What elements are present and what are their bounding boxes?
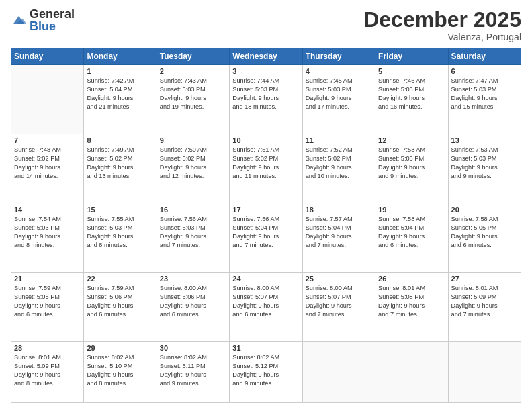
calendar-cell: 22Sunrise: 7:59 AM Sunset: 5:06 PM Dayli…	[84, 273, 157, 342]
day-info: Sunrise: 7:56 AM Sunset: 5:04 PM Dayligh…	[232, 215, 299, 250]
day-number: 21	[14, 275, 81, 283]
calendar-cell: 25Sunrise: 8:00 AM Sunset: 5:07 PM Dayli…	[302, 273, 375, 342]
day-info: Sunrise: 7:45 AM Sunset: 5:03 PM Dayligh…	[306, 77, 372, 111]
calendar-cell	[11, 65, 84, 134]
calendar-cell: 17Sunrise: 7:56 AM Sunset: 5:04 PM Dayli…	[230, 203, 302, 273]
calendar-cell: 24Sunrise: 8:00 AM Sunset: 5:07 PM Dayli…	[230, 273, 302, 342]
col-thursday: Thursday	[302, 48, 375, 65]
calendar-cell: 21Sunrise: 7:59 AM Sunset: 5:05 PM Dayli…	[11, 273, 84, 342]
col-monday: Monday	[84, 48, 157, 65]
day-info: Sunrise: 7:58 AM Sunset: 5:05 PM Dayligh…	[451, 215, 518, 250]
month-title: December 2025	[363, 8, 521, 32]
calendar-week-5: 28Sunrise: 8:01 AM Sunset: 5:09 PM Dayli…	[11, 341, 521, 402]
calendar-cell	[375, 341, 448, 402]
calendar-cell: 30Sunrise: 8:02 AM Sunset: 5:11 PM Dayli…	[157, 341, 229, 402]
day-number: 31	[232, 344, 299, 352]
day-number: 22	[87, 275, 153, 283]
calendar-cell: 13Sunrise: 7:53 AM Sunset: 5:03 PM Dayli…	[448, 134, 521, 203]
day-info: Sunrise: 7:57 AM Sunset: 5:04 PM Dayligh…	[306, 215, 372, 250]
calendar-cell: 19Sunrise: 7:58 AM Sunset: 5:04 PM Dayli…	[375, 203, 448, 273]
calendar-cell: 29Sunrise: 8:02 AM Sunset: 5:10 PM Dayli…	[84, 341, 157, 402]
calendar-week-4: 21Sunrise: 7:59 AM Sunset: 5:05 PM Dayli…	[11, 273, 521, 342]
calendar-cell: 6Sunrise: 7:47 AM Sunset: 5:03 PM Daylig…	[448, 65, 521, 134]
page: General Blue December 2025 Valenza, Port…	[0, 0, 532, 411]
day-info: Sunrise: 8:00 AM Sunset: 5:07 PM Dayligh…	[306, 284, 372, 319]
day-number: 30	[160, 344, 226, 352]
calendar-cell: 27Sunrise: 8:01 AM Sunset: 5:09 PM Dayli…	[448, 273, 521, 342]
calendar-cell: 28Sunrise: 8:01 AM Sunset: 5:09 PM Dayli…	[11, 341, 84, 402]
calendar-cell: 7Sunrise: 7:48 AM Sunset: 5:02 PM Daylig…	[11, 134, 84, 203]
day-number: 28	[14, 344, 81, 352]
day-number: 12	[378, 136, 445, 144]
day-info: Sunrise: 8:02 AM Sunset: 5:11 PM Dayligh…	[160, 353, 226, 388]
calendar-cell: 31Sunrise: 8:02 AM Sunset: 5:12 PM Dayli…	[230, 341, 302, 402]
day-number: 24	[232, 275, 299, 283]
day-number: 23	[160, 275, 226, 283]
day-info: Sunrise: 7:46 AM Sunset: 5:03 PM Dayligh…	[378, 77, 445, 111]
day-info: Sunrise: 7:55 AM Sunset: 5:03 PM Dayligh…	[87, 215, 153, 250]
calendar-cell: 3Sunrise: 7:44 AM Sunset: 5:03 PM Daylig…	[230, 65, 302, 134]
day-info: Sunrise: 7:58 AM Sunset: 5:04 PM Dayligh…	[378, 215, 445, 250]
day-number: 18	[306, 205, 372, 214]
day-info: Sunrise: 7:43 AM Sunset: 5:03 PM Dayligh…	[160, 77, 226, 111]
calendar-table: Sunday Monday Tuesday Wednesday Thursday…	[11, 48, 521, 403]
col-sunday: Sunday	[11, 48, 84, 65]
logo-icon	[11, 13, 27, 27]
day-number: 9	[160, 136, 226, 144]
day-number: 7	[14, 136, 81, 144]
day-info: Sunrise: 7:51 AM Sunset: 5:02 PM Dayligh…	[232, 146, 299, 181]
calendar-cell: 11Sunrise: 7:52 AM Sunset: 5:02 PM Dayli…	[302, 134, 375, 203]
col-wednesday: Wednesday	[230, 48, 302, 65]
location: Valenza, Portugal	[363, 32, 521, 42]
day-number: 2	[160, 67, 226, 75]
title-block: December 2025 Valenza, Portugal	[363, 8, 521, 42]
day-number: 11	[306, 136, 372, 144]
logo-general-text: General	[30, 7, 75, 21]
day-info: Sunrise: 7:52 AM Sunset: 5:02 PM Dayligh…	[306, 146, 372, 181]
day-number: 20	[451, 205, 518, 214]
day-number: 25	[306, 275, 372, 283]
day-number: 6	[451, 67, 518, 75]
calendar-cell: 1Sunrise: 7:42 AM Sunset: 5:04 PM Daylig…	[84, 65, 157, 134]
calendar-cell: 10Sunrise: 7:51 AM Sunset: 5:02 PM Dayli…	[230, 134, 302, 203]
logo-blue-text: Blue	[30, 19, 56, 33]
day-info: Sunrise: 7:56 AM Sunset: 5:03 PM Dayligh…	[160, 215, 226, 250]
calendar-week-3: 14Sunrise: 7:54 AM Sunset: 5:03 PM Dayli…	[11, 203, 521, 273]
header: General Blue December 2025 Valenza, Port…	[11, 8, 521, 42]
day-number: 4	[306, 67, 372, 75]
calendar-cell: 16Sunrise: 7:56 AM Sunset: 5:03 PM Dayli…	[157, 203, 229, 273]
day-number: 14	[14, 205, 81, 214]
day-info: Sunrise: 8:02 AM Sunset: 5:12 PM Dayligh…	[232, 353, 299, 388]
day-number: 27	[451, 275, 518, 283]
calendar-cell: 23Sunrise: 8:00 AM Sunset: 5:06 PM Dayli…	[157, 273, 229, 342]
day-info: Sunrise: 7:42 AM Sunset: 5:04 PM Dayligh…	[87, 77, 153, 111]
calendar-cell: 14Sunrise: 7:54 AM Sunset: 5:03 PM Dayli…	[11, 203, 84, 273]
day-number: 10	[232, 136, 299, 144]
day-number: 13	[451, 136, 518, 144]
calendar-cell: 12Sunrise: 7:53 AM Sunset: 5:03 PM Dayli…	[375, 134, 448, 203]
day-info: Sunrise: 7:59 AM Sunset: 5:06 PM Dayligh…	[87, 284, 153, 319]
calendar-cell: 26Sunrise: 8:01 AM Sunset: 5:08 PM Dayli…	[375, 273, 448, 342]
day-info: Sunrise: 7:47 AM Sunset: 5:03 PM Dayligh…	[451, 77, 518, 111]
calendar-week-1: 1Sunrise: 7:42 AM Sunset: 5:04 PM Daylig…	[11, 65, 521, 134]
col-tuesday: Tuesday	[157, 48, 229, 65]
day-number: 26	[378, 275, 445, 283]
day-info: Sunrise: 8:00 AM Sunset: 5:06 PM Dayligh…	[160, 284, 226, 319]
day-number: 29	[87, 344, 153, 352]
day-number: 19	[378, 205, 445, 214]
day-number: 5	[378, 67, 445, 75]
day-info: Sunrise: 8:01 AM Sunset: 5:09 PM Dayligh…	[451, 284, 518, 319]
calendar-cell: 9Sunrise: 7:50 AM Sunset: 5:02 PM Daylig…	[157, 134, 229, 203]
calendar-header-row: Sunday Monday Tuesday Wednesday Thursday…	[11, 48, 521, 65]
day-info: Sunrise: 8:01 AM Sunset: 5:09 PM Dayligh…	[14, 353, 81, 388]
calendar-cell	[448, 341, 521, 402]
day-number: 17	[232, 205, 299, 214]
calendar-cell: 8Sunrise: 7:49 AM Sunset: 5:02 PM Daylig…	[84, 134, 157, 203]
day-info: Sunrise: 7:50 AM Sunset: 5:02 PM Dayligh…	[160, 146, 226, 181]
day-info: Sunrise: 7:54 AM Sunset: 5:03 PM Dayligh…	[14, 215, 81, 250]
logo: General Blue	[11, 8, 75, 32]
day-info: Sunrise: 7:44 AM Sunset: 5:03 PM Dayligh…	[232, 77, 299, 111]
day-info: Sunrise: 7:48 AM Sunset: 5:02 PM Dayligh…	[14, 146, 81, 181]
calendar-week-2: 7Sunrise: 7:48 AM Sunset: 5:02 PM Daylig…	[11, 134, 521, 203]
calendar-cell: 20Sunrise: 7:58 AM Sunset: 5:05 PM Dayli…	[448, 203, 521, 273]
